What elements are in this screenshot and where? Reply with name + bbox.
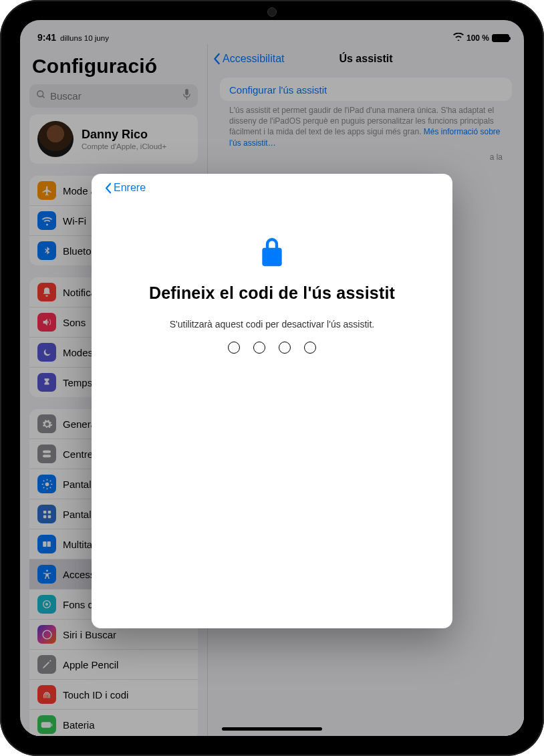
sheet-back-button[interactable]: Enrere [105, 180, 146, 194]
passcode-sheet: Enrere Defineix el codi de l'ús assistit… [92, 174, 452, 628]
sheet-back-label: Enrere [114, 182, 146, 194]
passcode-dot [253, 342, 265, 354]
home-indicator[interactable] [222, 727, 322, 731]
passcode-dot [279, 342, 291, 354]
sheet-subtitle: S'utilitzarà aquest codi per desactivar … [170, 319, 374, 330]
front-camera [267, 7, 277, 17]
passcode-dot [228, 342, 240, 354]
sheet-title: Defineix el codi de l'ús assistit [149, 283, 395, 303]
passcode-dots[interactable] [228, 342, 316, 354]
lock-icon [257, 234, 287, 271]
ipad-frame: 9:41 dilluns 10 juny 100 % Configuració [0, 0, 544, 756]
passcode-dot [304, 342, 316, 354]
screen: 9:41 dilluns 10 juny 100 % Configuració [20, 20, 524, 736]
